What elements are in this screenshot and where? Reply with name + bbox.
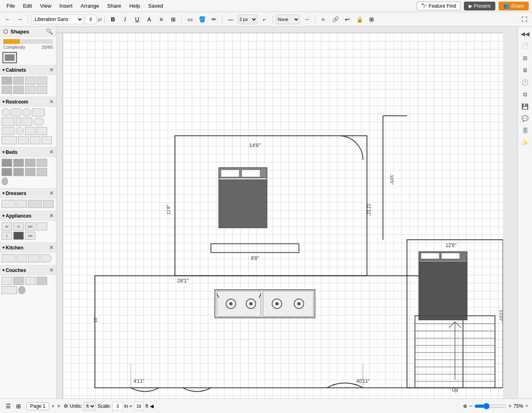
comments-button[interactable]: 💬 [520, 113, 531, 124]
restroom-shape-8[interactable] [33, 118, 44, 126]
menu-help[interactable]: Help [126, 2, 143, 10]
menu-file[interactable]: File [3, 2, 18, 10]
undo-button[interactable]: ← [2, 14, 13, 25]
sink-shape-2[interactable] [32, 108, 45, 116]
data-button[interactable]: 🗄 [520, 125, 531, 136]
line-style-button[interactable]: — [225, 14, 236, 25]
canvas-area[interactable]: 14'6" 11'8" 11'11" 8'8" 28'1" [56, 27, 517, 398]
close-cabinets[interactable]: ✕ [49, 67, 54, 73]
section-header-dressers[interactable]: ▾ Dressers ✕ [0, 188, 56, 198]
restroom-shape-7[interactable] [22, 118, 32, 126]
toilet-shape-1[interactable] [2, 108, 10, 116]
scale-value2-input[interactable] [134, 402, 144, 411]
toilet-shape-2[interactable] [11, 108, 21, 116]
menu-edit[interactable]: Edit [20, 2, 35, 10]
appliance-shape-5[interactable]: | [2, 232, 12, 240]
line-width-select[interactable]: 2 px [237, 15, 258, 24]
kitchen-shape-3[interactable] [28, 254, 39, 262]
fullscreen-button[interactable]: ⛶ [519, 14, 530, 25]
share-button[interactable]: 👥 Share [499, 2, 529, 10]
kitchen-shape-1[interactable] [2, 254, 15, 262]
bed-shape-5[interactable] [2, 168, 12, 176]
cabinet-shape-4[interactable] [37, 77, 47, 85]
page-view-button[interactable]: 🖥 [520, 64, 531, 76]
search-icon[interactable]: 🔍 [46, 28, 53, 35]
border-button[interactable]: ▭ [185, 14, 195, 25]
close-dressers[interactable]: ✕ [49, 190, 54, 196]
align-button[interactable]: ≡ [156, 14, 166, 25]
bed-shape-2[interactable] [13, 159, 24, 167]
bed-shape-8[interactable] [37, 168, 47, 176]
restroom-shape-13[interactable] [2, 136, 17, 144]
diagram-properties-button[interactable]: ⊞ [520, 52, 531, 64]
grid-view-button[interactable]: ⊞ [14, 401, 23, 411]
export-button[interactable]: 💾 [520, 101, 531, 112]
scale-options-button[interactable]: ◀ [150, 403, 154, 409]
dresser-shape-1[interactable] [2, 200, 15, 208]
close-couches[interactable]: ✕ [49, 267, 54, 273]
appliance-shape-7[interactable]: DW [25, 232, 35, 240]
sink-shape-1[interactable] [23, 108, 31, 116]
redo-button[interactable]: → [15, 14, 25, 25]
kitchen-shape-4[interactable] [41, 254, 51, 262]
couch-shape-2[interactable] [13, 277, 24, 285]
dresser-shape-4[interactable] [43, 200, 54, 208]
bed-shape-9[interactable] [2, 177, 8, 185]
zoom-slider[interactable] [474, 403, 507, 409]
lock-button[interactable]: 🔒 [354, 14, 365, 25]
section-header-appliances[interactable]: ▾ Appliances ✕ [0, 211, 56, 221]
menu-arrange[interactable]: Arrange [77, 2, 102, 10]
format-button[interactable]: ≈ [318, 14, 328, 25]
restroom-shape-11[interactable] [25, 127, 35, 135]
menu-view[interactable]: View [37, 2, 54, 10]
cabinet-shape-8[interactable] [37, 86, 47, 94]
cabinet-shape-5[interactable] [2, 86, 12, 94]
section-header-beds[interactable]: ▾ Beds ✕ [0, 147, 56, 157]
extra-button[interactable]: ⊞ [366, 14, 377, 25]
couch-shape-3[interactable] [25, 277, 35, 285]
italic-button[interactable]: I [120, 14, 130, 25]
bed-shape-3[interactable] [25, 159, 35, 167]
dresser-shape-3[interactable] [28, 200, 42, 208]
restroom-shape-12[interactable] [37, 127, 47, 135]
connector-select[interactable]: None [276, 15, 300, 24]
section-header-cabinets[interactable]: ▾ Cabinets ✕ [0, 65, 56, 75]
section-header-restroom[interactable]: ▾ Restroom ✕ [0, 97, 56, 107]
appliance-shape-2[interactable]: D [13, 222, 24, 230]
bold-button[interactable]: B [108, 14, 118, 25]
bed-shape-6[interactable] [13, 168, 24, 176]
present-button[interactable]: ▶ Present [464, 2, 495, 10]
cabinet-shape-1[interactable] [2, 77, 12, 85]
kitchen-shape-2[interactable] [17, 254, 27, 262]
appliance-shape-6[interactable] [13, 232, 24, 240]
add-page-button[interactable]: + [57, 403, 60, 410]
appliance-shape-4[interactable] [37, 222, 47, 230]
section-header-kitchen[interactable]: ▾ Kitchen ✕ [0, 243, 56, 253]
close-restroom[interactable]: ✕ [49, 99, 54, 105]
magic-button[interactable]: ✨ [520, 137, 531, 148]
font-size-input[interactable] [85, 15, 96, 24]
close-beds[interactable]: ✕ [49, 149, 54, 155]
menu-share[interactable]: Share [104, 2, 125, 10]
canvas-svg[interactable]: 14'6" 11'8" 11'11" 8'8" 28'1" [63, 33, 503, 398]
appliance-shape-1[interactable]: W [2, 222, 12, 230]
dresser-shape-2[interactable] [17, 200, 27, 208]
monitor-shape[interactable] [2, 52, 17, 63]
underline-button[interactable]: U [132, 14, 142, 25]
scale-value1-input[interactable] [112, 402, 123, 411]
cabinet-shape-3[interactable] [25, 77, 35, 85]
link-button[interactable]: 🔗 [330, 14, 341, 25]
restroom-shape-14[interactable] [18, 136, 29, 144]
line-color-button[interactable]: ✏ [209, 14, 219, 25]
units-select[interactable]: ft m cm in [84, 402, 96, 411]
zoom-out-button[interactable]: − [469, 403, 472, 410]
couch-shape-5[interactable] [2, 286, 17, 294]
cabinet-shape-7[interactable] [25, 86, 35, 94]
arrow-select[interactable]: → [301, 14, 312, 25]
zoom-in-button[interactable]: + [508, 403, 512, 410]
restroom-shape-5[interactable] [2, 118, 15, 126]
page-properties-button[interactable]: 📄 [520, 40, 531, 52]
cabinet-shape-6[interactable] [13, 86, 24, 94]
history-button[interactable]: 🕐 [520, 77, 531, 88]
collapse-panel-button[interactable]: ◀◀ [520, 28, 531, 39]
